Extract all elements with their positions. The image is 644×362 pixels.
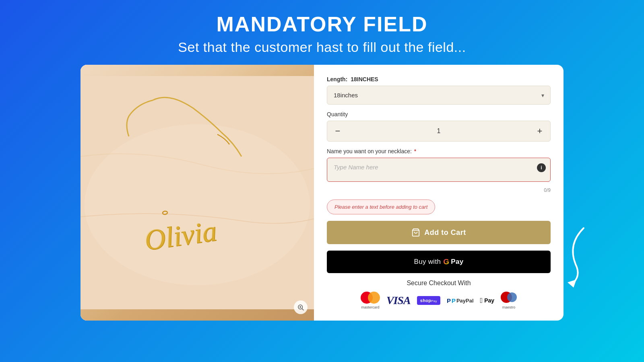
info-icon[interactable]: i [537, 163, 546, 172]
validation-message-wrapper: Please enter a text before adding to car… [327, 200, 551, 214]
length-label: Length: 18INCHES [327, 76, 551, 82]
char-count: 0/9 [327, 187, 551, 193]
quantity-decrease-button[interactable]: − [327, 121, 348, 141]
shoppay-payment-icon: shopPay [417, 296, 440, 305]
quantity-field-group: Quantity − 1 + [327, 111, 551, 142]
length-select[interactable]: 18inches 16inches 20inches [327, 86, 551, 105]
page-subtitle: Set that the customer hast to fill out t… [178, 39, 466, 55]
length-select-wrapper: 18inches 16inches 20inches ▾ [327, 86, 551, 105]
mastercard-payment-icon: mastercard [361, 292, 380, 309]
name-field-group: Name you want on your necklace: * i 0/9 [327, 148, 551, 193]
product-image-section: Olivia Olivia [80, 65, 314, 321]
svg-marker-10 [568, 280, 576, 288]
checkout-section: Secure Checkout With mastercard VISA [327, 280, 551, 309]
add-to-cart-button[interactable]: Add to Cart [327, 221, 551, 244]
maestro-blue-circle [507, 292, 517, 302]
paypal-logo: P P PayPal [447, 297, 474, 304]
buy-with-gpay-button[interactable]: Buy with G Pay [327, 251, 551, 273]
name-field-label: Name you want on your necklace: * [327, 148, 551, 154]
visa-payment-icon: VISA [386, 294, 411, 307]
quantity-value: 1 [348, 128, 529, 135]
product-card: Olivia Olivia [80, 65, 564, 321]
length-value-display: 18INCHES [351, 76, 378, 82]
quantity-control: − 1 + [327, 121, 551, 142]
page-title: MANDATORY FIELD [178, 12, 466, 36]
payment-icons: mastercard VISA shopPay P P [327, 292, 551, 309]
zoom-icon[interactable] [294, 300, 308, 314]
applepay-text: Pay [484, 297, 494, 304]
apple-icon:  [480, 296, 483, 305]
maestro-payment-icon: maestro [501, 292, 517, 309]
validation-message: Please enter a text before adding to car… [327, 200, 435, 214]
quantity-label: Quantity [327, 111, 551, 117]
g-letter: G [443, 257, 449, 266]
applepay-payment-icon:  Pay [480, 296, 495, 305]
checkout-label: Secure Checkout With [327, 280, 551, 287]
maestro-logo [501, 292, 517, 304]
name-input[interactable] [327, 158, 551, 182]
pay-label: Pay [451, 258, 463, 266]
paypal-payment-icon: P P PayPal [447, 297, 474, 304]
mc-yellow-circle [368, 292, 380, 304]
buy-with-label: Buy with [414, 258, 441, 266]
mastercard-logo [361, 292, 380, 304]
mastercard-label: mastercard [361, 305, 379, 309]
visa-logo: VISA [386, 294, 411, 307]
paypal-p2: P [452, 297, 456, 304]
name-input-wrapper: i [327, 158, 551, 183]
svg-point-1 [85, 124, 310, 285]
product-details-section: Length: 18INCHES 18inches 16inches 20inc… [314, 65, 564, 321]
cart-icon [411, 228, 420, 237]
length-field-group: Length: 18INCHES 18inches 16inches 20inc… [327, 76, 551, 105]
add-to-cart-label: Add to Cart [424, 228, 466, 237]
svg-line-6 [302, 309, 303, 310]
maestro-label: maestro [502, 305, 516, 309]
paypal-p1: P [447, 297, 451, 304]
arrow-decoration [559, 224, 592, 288]
required-star: * [414, 148, 416, 154]
header-section: MANDATORY FIELD Set that the customer ha… [178, 12, 466, 55]
applepay-logo:  Pay [480, 296, 495, 305]
quantity-increase-button[interactable]: + [529, 121, 550, 141]
shoppay-logo: shopPay [417, 296, 440, 305]
gpay-text: G Pay [443, 257, 463, 266]
product-image: Olivia Olivia [80, 65, 314, 321]
paypal-text: PayPal [456, 298, 474, 304]
